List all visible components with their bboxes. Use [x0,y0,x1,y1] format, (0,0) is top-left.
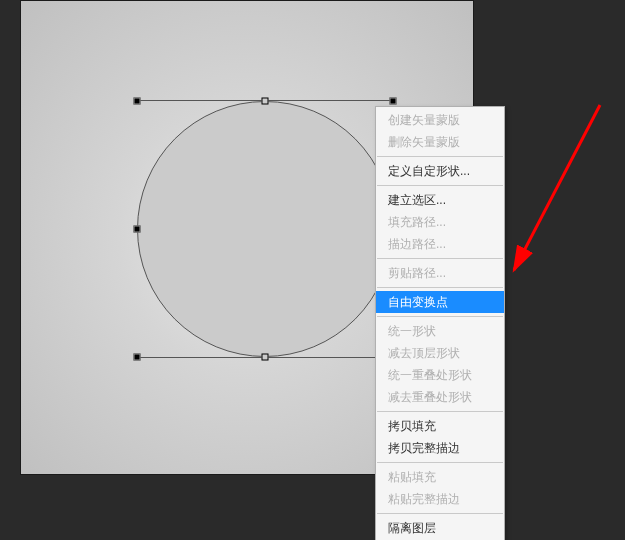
handle-top-middle[interactable] [262,98,269,105]
menu-label: 统一形状 [388,324,436,338]
menu-label: 填充路径... [388,215,446,229]
selection-bounding-box [137,101,393,357]
menu-item-unite-overlap: 统一重叠处形状 [376,364,504,386]
menu-label: 隔离图层 [388,521,436,535]
menu-item-copy-full-stroke[interactable]: 拷贝完整描边 [376,437,504,459]
handle-middle-left[interactable] [134,226,141,233]
menu-item-define-custom-shape[interactable]: 定义自定形状... [376,160,504,182]
menu-item-subtract-front-shape: 减去顶层形状 [376,342,504,364]
menu-label: 删除矢量蒙版 [388,135,460,149]
menu-separator [377,411,503,412]
menu-label: 建立选区... [388,193,446,207]
menu-item-create-vector-mask: 创建矢量蒙版 [376,109,504,131]
handle-bottom-left[interactable] [134,354,141,361]
menu-label: 拷贝完整描边 [388,441,460,455]
menu-label: 减去顶层形状 [388,346,460,360]
menu-separator [377,185,503,186]
handle-bottom-middle[interactable] [262,354,269,361]
menu-label: 描边路径... [388,237,446,251]
menu-label: 统一重叠处形状 [388,368,472,382]
handle-top-right[interactable] [390,98,397,105]
menu-item-free-transform-points[interactable]: 自由变换点 [376,291,504,313]
menu-separator [377,316,503,317]
menu-label: 粘贴完整描边 [388,492,460,506]
menu-separator [377,513,503,514]
menu-label: 减去重叠处形状 [388,390,472,404]
menu-label: 创建矢量蒙版 [388,113,460,127]
menu-label: 粘贴填充 [388,470,436,484]
menu-item-fill-path: 填充路径... [376,211,504,233]
menu-item-copy-fill[interactable]: 拷贝填充 [376,415,504,437]
menu-separator [377,462,503,463]
circle-path-shape[interactable] [137,101,393,357]
menu-item-paste-full-stroke: 粘贴完整描边 [376,488,504,510]
menu-item-stroke-path: 描边路径... [376,233,504,255]
menu-item-delete-vector-mask: 删除矢量蒙版 [376,131,504,153]
menu-separator [377,156,503,157]
menu-item-isolate-layers[interactable]: 隔离图层 [376,517,504,539]
menu-item-subtract-overlap: 减去重叠处形状 [376,386,504,408]
menu-label: 拷贝填充 [388,419,436,433]
menu-separator [377,258,503,259]
context-menu[interactable]: 创建矢量蒙版 删除矢量蒙版 定义自定形状... 建立选区... 填充路径... … [375,106,505,540]
menu-label: 定义自定形状... [388,164,470,178]
menu-label: 自由变换点 [388,295,448,309]
handle-top-left[interactable] [134,98,141,105]
svg-line-0 [514,105,600,270]
menu-item-unite-shapes: 统一形状 [376,320,504,342]
menu-item-clipping-path: 剪贴路径... [376,262,504,284]
menu-item-paste-fill: 粘贴填充 [376,466,504,488]
menu-item-make-selection[interactable]: 建立选区... [376,189,504,211]
menu-label: 剪贴路径... [388,266,446,280]
menu-separator [377,287,503,288]
